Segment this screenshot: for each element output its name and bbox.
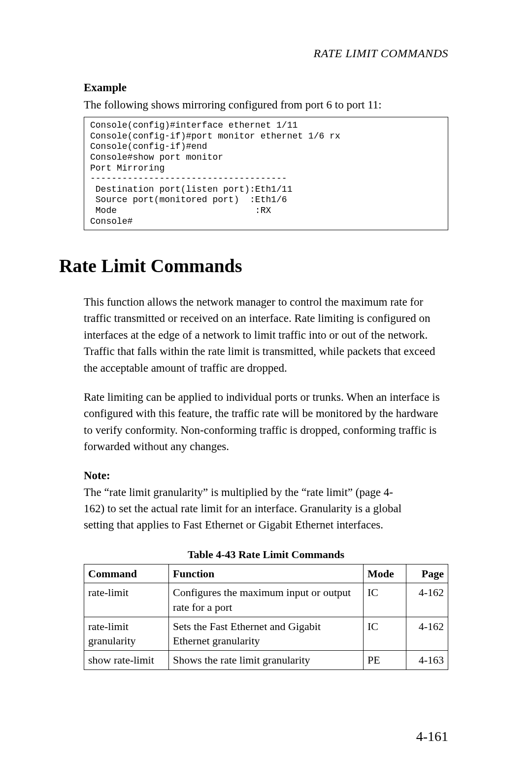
- paragraph-2: Rate limiting can be applied to individu…: [84, 389, 448, 455]
- table-header-function: Function: [169, 564, 364, 583]
- cell-page: 4-163: [406, 651, 448, 670]
- cell-function: Sets the Fast Ethernet and Gigabit Ether…: [169, 617, 364, 650]
- cell-command: show rate-limit: [84, 651, 169, 670]
- cell-command: rate-limit: [84, 583, 169, 617]
- page-number: 4-161: [416, 729, 448, 744]
- cell-mode: PE: [364, 651, 406, 670]
- example-intro: The following shows mirroring configured…: [84, 97, 448, 113]
- rate-limit-table: Command Function Mode Page rate-limit Co…: [84, 564, 448, 670]
- section-heading: Rate Limit Commands: [59, 255, 448, 277]
- cell-mode: IC: [364, 583, 406, 617]
- cell-page: 4-162: [406, 583, 448, 617]
- table-row: rate-limit granularity Sets the Fast Eth…: [84, 617, 448, 650]
- table-header-mode: Mode: [364, 564, 406, 583]
- cell-page: 4-162: [406, 617, 448, 650]
- example-heading: Example: [84, 81, 448, 94]
- cell-command: rate-limit granularity: [84, 617, 169, 650]
- note-label: Note:: [84, 467, 118, 484]
- cell-function: Configures the maximum input or output r…: [169, 583, 364, 617]
- table-caption: Table 4-43 Rate Limit Commands: [84, 548, 448, 561]
- cell-function: Shows the rate limit granularity: [169, 651, 364, 670]
- table-header-row: Command Function Mode Page: [84, 564, 448, 583]
- paragraph-1: This function allows the network manager…: [84, 294, 448, 376]
- note-block: Note: The “rate limit granularity” is mu…: [84, 467, 448, 533]
- table-header-page: Page: [406, 564, 448, 583]
- page-content: Example The following shows mirroring co…: [59, 81, 448, 670]
- table-row: rate-limit Configures the maximum input …: [84, 583, 448, 617]
- running-header: RATE LIMIT COMMANDS: [314, 47, 449, 60]
- table-row: show rate-limit Shows the rate limit gra…: [84, 651, 448, 670]
- code-block: Console(config)#interface ethernet 1/11 …: [84, 117, 448, 230]
- note-text: The “rate limit granularity” is multipli…: [84, 484, 411, 533]
- table-header-command: Command: [84, 564, 169, 583]
- cell-mode: IC: [364, 617, 406, 650]
